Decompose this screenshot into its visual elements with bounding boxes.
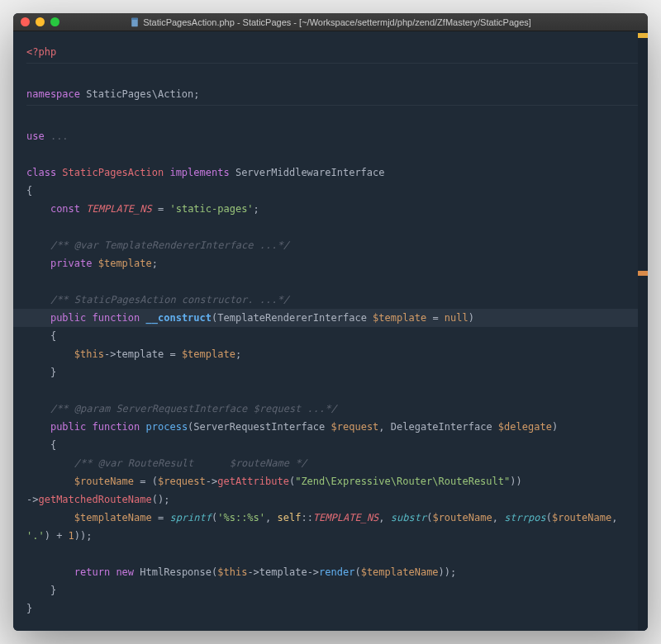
- variable: $templateName: [361, 566, 439, 578]
- keyword: use: [26, 130, 45, 142]
- string-literal: '%s::%s': [217, 512, 265, 523]
- method-name: process: [146, 421, 188, 433]
- close-icon[interactable]: [21, 17, 30, 26]
- keyword: new: [116, 566, 134, 578]
- keyword: class: [26, 167, 56, 178]
- const-name: TEMPLATE_NS: [86, 203, 151, 215]
- keyword: public: [50, 312, 86, 324]
- keyword: return: [74, 566, 110, 578]
- self-keyword: self: [278, 512, 302, 523]
- property: template: [259, 566, 307, 578]
- keyword: public: [50, 421, 86, 433]
- function-call: strrpos: [504, 512, 546, 523]
- doc-comment: /** StaticPagesAction constructor. ...*/: [50, 294, 289, 305]
- current-line: public function __construct(TemplateRend…: [13, 309, 638, 327]
- keyword: private: [50, 258, 93, 269]
- variable: $delegate: [498, 421, 552, 433]
- doc-tag: /** @var: [74, 457, 122, 469]
- string-literal: 'static-pages': [169, 203, 253, 215]
- fold-rule: [26, 105, 638, 106]
- keyword: implements: [169, 167, 229, 178]
- doc-type: RouteResult: [128, 457, 193, 469]
- minimize-icon[interactable]: [36, 17, 45, 26]
- scrollbar[interactable]: [638, 31, 648, 631]
- scroll-marker-change[interactable]: [638, 271, 648, 276]
- string-literal: '.': [26, 530, 45, 542]
- svg-rect-0: [131, 17, 138, 26]
- variable: $templateName: [74, 512, 152, 523]
- keyword: function: [93, 312, 140, 324]
- string-literal: "Zend\Expressive\Router\RouteResult": [295, 476, 510, 487]
- file-icon: [130, 17, 140, 27]
- type-hint: ServerRequestInterface: [193, 421, 325, 433]
- method-name: __construct: [146, 312, 212, 324]
- class-ref: HtmlResponse: [140, 566, 212, 578]
- code-editor[interactable]: <?php namespace StaticPages\Action; use …: [13, 31, 638, 631]
- variable: $template: [373, 312, 426, 324]
- variable: $routeName: [74, 476, 134, 487]
- type-hint: DelegateInterface: [391, 421, 492, 433]
- namespace-name: StaticPages\Action: [86, 88, 193, 100]
- maximize-icon[interactable]: [50, 17, 59, 26]
- function-call: substr: [391, 512, 426, 523]
- doc-var: $routeName */: [230, 457, 307, 469]
- editor-wrap: <?php namespace StaticPages\Action; use …: [13, 31, 648, 631]
- const-ref: TEMPLATE_NS: [313, 512, 378, 523]
- this-keyword: $this: [74, 348, 104, 360]
- method-call: render: [319, 566, 354, 578]
- variable: $request: [158, 476, 206, 487]
- this-keyword: $this: [217, 566, 247, 578]
- fold-rule: [26, 63, 638, 64]
- method-call: getMatchedRouteName: [38, 494, 151, 505]
- method-call: getAttribute: [217, 476, 289, 487]
- doc-comment: /** @param ServerRequestInterface $reque…: [50, 403, 337, 414]
- property: template: [116, 348, 164, 360]
- editor-window: StaticPagesAction.php - StaticPages - [~…: [13, 13, 648, 631]
- keyword: const: [50, 203, 80, 215]
- class-name: StaticPagesAction: [62, 167, 164, 178]
- doc-comment: /** @var TemplateRendererInterface ...*/: [50, 239, 289, 251]
- function-call: sprintf: [169, 512, 212, 523]
- window-title: StaticPagesAction.php - StaticPages - [~…: [13, 17, 648, 27]
- variable: $template: [182, 348, 235, 360]
- scroll-marker-warning[interactable]: [638, 33, 648, 38]
- variable: $request: [331, 421, 379, 433]
- null-literal: null: [445, 312, 468, 324]
- interface-name: ServerMiddlewareInterface: [235, 167, 385, 178]
- variable: $routeName: [552, 512, 611, 523]
- fold-ellipsis[interactable]: ...: [50, 130, 69, 142]
- keyword: namespace: [26, 88, 80, 100]
- variable: $routeName: [432, 512, 492, 523]
- keyword: function: [93, 421, 140, 433]
- variable: $template: [98, 258, 152, 269]
- number-literal: 1: [69, 530, 74, 542]
- traffic-lights: [13, 17, 59, 26]
- svg-rect-1: [131, 17, 138, 19]
- php-open-tag: <?php: [26, 46, 56, 58]
- type-hint: TemplateRendererInterface: [217, 312, 367, 324]
- titlebar[interactable]: StaticPagesAction.php - StaticPages - [~…: [13, 13, 648, 31]
